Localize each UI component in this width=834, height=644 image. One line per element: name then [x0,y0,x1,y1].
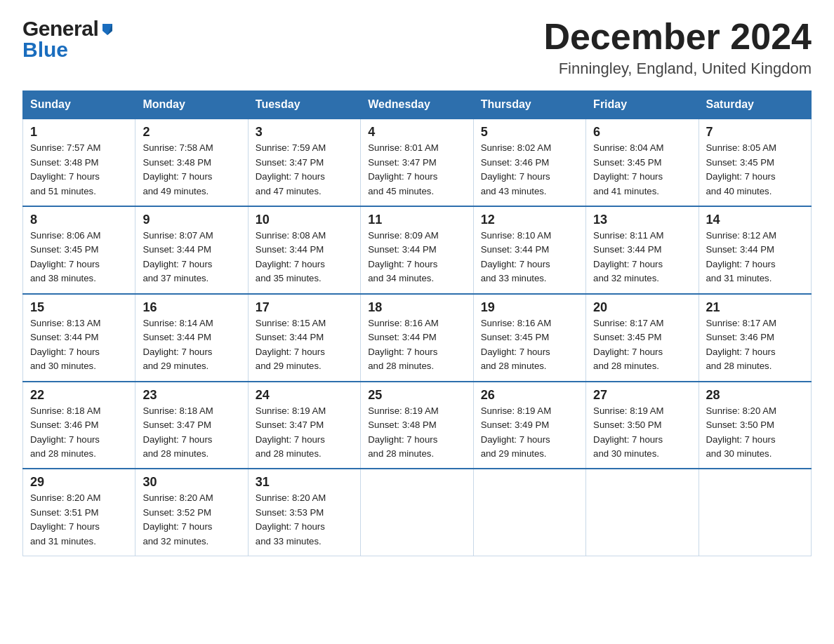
day-info: Sunrise: 8:09 AM Sunset: 3:44 PM Dayligh… [368,230,438,283]
day-number: 5 [481,125,578,140]
calendar-day-cell: 12Sunrise: 8:10 AM Sunset: 3:44 PM Dayli… [473,206,585,294]
day-info: Sunrise: 8:11 AM Sunset: 3:44 PM Dayligh… [593,230,663,283]
calendar-week-row: 15Sunrise: 8:13 AM Sunset: 3:44 PM Dayli… [23,294,812,382]
day-info: Sunrise: 8:17 AM Sunset: 3:45 PM Dayligh… [593,318,663,371]
calendar-day-cell: 15Sunrise: 8:13 AM Sunset: 3:44 PM Dayli… [23,294,135,382]
calendar-day-cell: 31Sunrise: 8:20 AM Sunset: 3:53 PM Dayli… [248,469,360,556]
day-info: Sunrise: 8:19 AM Sunset: 3:48 PM Dayligh… [368,405,438,459]
calendar-day-cell: 30Sunrise: 8:20 AM Sunset: 3:52 PM Dayli… [135,469,248,556]
day-number: 9 [143,213,240,227]
day-of-week-saturday: Saturday [699,91,811,119]
day-number: 20 [593,300,691,315]
calendar-table: SundayMondayTuesdayWednesdayThursdayFrid… [22,90,812,556]
day-info: Sunrise: 8:02 AM Sunset: 3:46 PM Dayligh… [481,142,551,196]
calendar-day-cell: 19Sunrise: 8:16 AM Sunset: 3:45 PM Dayli… [473,294,585,382]
day-number: 25 [368,388,465,403]
calendar-day-cell: 26Sunrise: 8:19 AM Sunset: 3:49 PM Dayli… [473,382,585,469]
day-info: Sunrise: 7:59 AM Sunset: 3:47 PM Dayligh… [256,142,326,196]
empty-cell [473,469,585,556]
calendar-day-cell: 16Sunrise: 8:14 AM Sunset: 3:44 PM Dayli… [135,294,248,382]
day-info: Sunrise: 8:06 AM Sunset: 3:45 PM Dayligh… [30,230,100,283]
logo: General Blue [22,17,115,62]
day-of-week-thursday: Thursday [473,91,585,119]
day-number: 12 [481,213,578,227]
day-info: Sunrise: 8:16 AM Sunset: 3:44 PM Dayligh… [368,318,438,371]
calendar-day-cell: 20Sunrise: 8:17 AM Sunset: 3:45 PM Dayli… [586,294,699,382]
calendar-day-cell: 25Sunrise: 8:19 AM Sunset: 3:48 PM Dayli… [361,382,473,469]
calendar-header-row: SundayMondayTuesdayWednesdayThursdayFrid… [23,91,812,119]
day-number: 21 [706,300,804,315]
calendar-day-cell: 18Sunrise: 8:16 AM Sunset: 3:44 PM Dayli… [361,294,473,382]
calendar-day-cell: 3Sunrise: 7:59 AM Sunset: 3:47 PM Daylig… [248,119,360,206]
day-of-week-sunday: Sunday [23,91,135,119]
calendar-day-cell: 5Sunrise: 8:02 AM Sunset: 3:46 PM Daylig… [473,119,585,206]
calendar-day-cell: 9Sunrise: 8:07 AM Sunset: 3:44 PM Daylig… [135,206,248,294]
day-info: Sunrise: 8:13 AM Sunset: 3:44 PM Dayligh… [30,318,100,371]
day-number: 2 [143,125,240,140]
title-block: December 2024 Finningley, England, Unite… [543,17,812,78]
day-info: Sunrise: 8:14 AM Sunset: 3:44 PM Dayligh… [143,318,213,371]
day-number: 10 [256,213,353,227]
calendar-day-cell: 8Sunrise: 8:06 AM Sunset: 3:45 PM Daylig… [23,206,135,294]
calendar-day-cell: 29Sunrise: 8:20 AM Sunset: 3:51 PM Dayli… [23,469,135,556]
subtitle: Finningley, England, United Kingdom [543,60,812,78]
calendar-day-cell: 21Sunrise: 8:17 AM Sunset: 3:46 PM Dayli… [699,294,811,382]
calendar-week-row: 22Sunrise: 8:18 AM Sunset: 3:46 PM Dayli… [23,382,812,469]
day-number: 18 [368,300,465,315]
day-number: 6 [593,125,691,140]
calendar-day-cell: 22Sunrise: 8:18 AM Sunset: 3:46 PM Dayli… [23,382,135,469]
day-of-week-wednesday: Wednesday [361,91,473,119]
day-number: 23 [143,388,240,403]
day-number: 1 [30,125,128,140]
day-info: Sunrise: 8:04 AM Sunset: 3:45 PM Dayligh… [593,142,663,196]
main-title: December 2024 [543,17,812,57]
day-info: Sunrise: 8:10 AM Sunset: 3:44 PM Dayligh… [481,230,551,283]
day-info: Sunrise: 8:15 AM Sunset: 3:44 PM Dayligh… [256,318,326,371]
calendar-day-cell: 24Sunrise: 8:19 AM Sunset: 3:47 PM Dayli… [248,382,360,469]
day-info: Sunrise: 8:16 AM Sunset: 3:45 PM Dayligh… [481,318,551,371]
calendar-day-cell: 27Sunrise: 8:19 AM Sunset: 3:50 PM Dayli… [586,382,699,469]
header: General Blue December 2024 Finningley, E… [22,17,812,78]
day-info: Sunrise: 8:20 AM Sunset: 3:50 PM Dayligh… [706,405,776,459]
day-info: Sunrise: 8:19 AM Sunset: 3:47 PM Dayligh… [256,405,326,459]
calendar-day-cell: 4Sunrise: 8:01 AM Sunset: 3:47 PM Daylig… [361,119,473,206]
day-number: 4 [368,125,465,140]
day-of-week-tuesday: Tuesday [248,91,360,119]
calendar-week-row: 29Sunrise: 8:20 AM Sunset: 3:51 PM Dayli… [23,469,812,556]
day-number: 19 [481,300,578,315]
day-info: Sunrise: 8:19 AM Sunset: 3:49 PM Dayligh… [481,405,551,459]
day-number: 30 [143,475,240,490]
day-number: 11 [368,213,465,227]
empty-cell [699,469,811,556]
calendar-day-cell: 23Sunrise: 8:18 AM Sunset: 3:47 PM Dayli… [135,382,248,469]
calendar-day-cell: 13Sunrise: 8:11 AM Sunset: 3:44 PM Dayli… [586,206,699,294]
calendar-day-cell: 7Sunrise: 8:05 AM Sunset: 3:45 PM Daylig… [699,119,811,206]
calendar-day-cell: 2Sunrise: 7:58 AM Sunset: 3:48 PM Daylig… [135,119,248,206]
day-number: 8 [30,213,128,227]
day-number: 3 [256,125,353,140]
calendar-day-cell: 6Sunrise: 8:04 AM Sunset: 3:45 PM Daylig… [586,119,699,206]
day-info: Sunrise: 8:20 AM Sunset: 3:52 PM Dayligh… [143,492,213,546]
calendar-week-row: 1Sunrise: 7:57 AM Sunset: 3:48 PM Daylig… [23,119,812,206]
day-number: 27 [593,388,691,403]
day-number: 24 [256,388,353,403]
day-info: Sunrise: 8:20 AM Sunset: 3:53 PM Dayligh… [256,492,326,546]
calendar-day-cell: 1Sunrise: 7:57 AM Sunset: 3:48 PM Daylig… [23,119,135,206]
day-of-week-friday: Friday [586,91,699,119]
day-number: 17 [256,300,353,315]
calendar-week-row: 8Sunrise: 8:06 AM Sunset: 3:45 PM Daylig… [23,206,812,294]
page: General Blue December 2024 Finningley, E… [0,0,834,573]
calendar-day-cell: 14Sunrise: 8:12 AM Sunset: 3:44 PM Dayli… [699,206,811,294]
day-number: 31 [256,475,353,490]
day-number: 22 [30,388,128,403]
logo-arrow-icon [100,21,115,36]
day-info: Sunrise: 8:12 AM Sunset: 3:44 PM Dayligh… [706,230,776,283]
calendar-day-cell: 28Sunrise: 8:20 AM Sunset: 3:50 PM Dayli… [699,382,811,469]
calendar-day-cell: 10Sunrise: 8:08 AM Sunset: 3:44 PM Dayli… [248,206,360,294]
day-number: 16 [143,300,240,315]
day-info: Sunrise: 8:19 AM Sunset: 3:50 PM Dayligh… [593,405,663,459]
calendar-day-cell: 17Sunrise: 8:15 AM Sunset: 3:44 PM Dayli… [248,294,360,382]
day-number: 14 [706,213,804,227]
empty-cell [586,469,699,556]
day-info: Sunrise: 8:01 AM Sunset: 3:47 PM Dayligh… [368,142,438,196]
